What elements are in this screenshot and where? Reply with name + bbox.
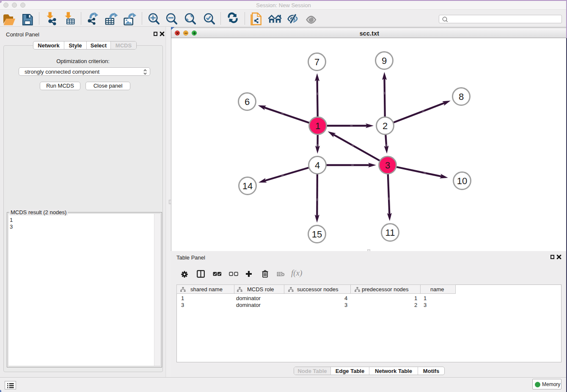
svg-text:2: 2 bbox=[383, 121, 388, 131]
svg-text:14: 14 bbox=[242, 181, 253, 191]
svg-text:8: 8 bbox=[459, 91, 464, 102]
svg-text:9: 9 bbox=[382, 55, 387, 66]
svg-text:11: 11 bbox=[385, 227, 395, 238]
svg-text:15: 15 bbox=[312, 229, 322, 240]
svg-text:1: 1 bbox=[315, 121, 320, 131]
svg-text:6: 6 bbox=[245, 97, 250, 107]
svg-text:3: 3 bbox=[385, 160, 390, 171]
svg-text:7: 7 bbox=[314, 57, 319, 67]
svg-text:4: 4 bbox=[315, 160, 320, 171]
svg-text:10: 10 bbox=[457, 176, 467, 186]
